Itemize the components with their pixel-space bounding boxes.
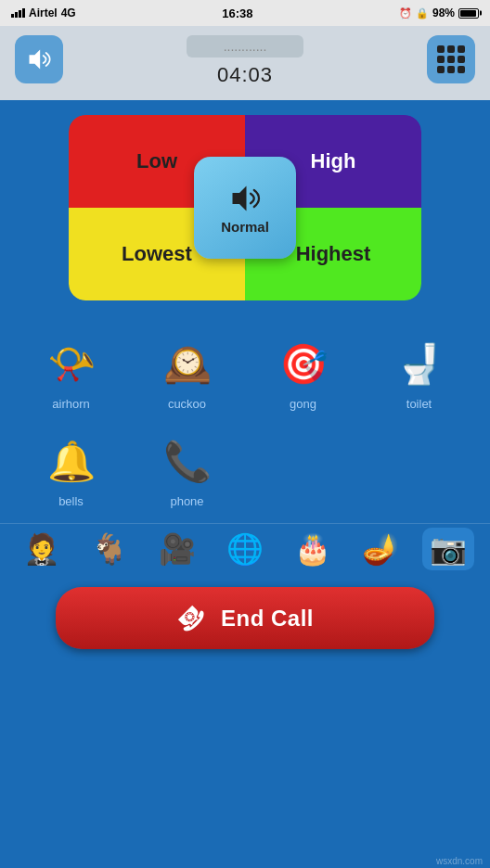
keypad-icon	[437, 45, 465, 73]
nav-icon-cake: 🎂	[294, 531, 331, 567]
sound-icon-phone: 📞	[158, 431, 217, 491]
sounds-grid: 📯 airhorn 🕰️ cuckoo 🎯 gong 🚽 toilet 🔔 be…	[15, 325, 475, 516]
volume-normal-icon	[228, 182, 262, 215]
nav-icon-globe: 🌐	[226, 531, 264, 567]
sound-label-phone: phone	[170, 494, 203, 508]
alarm-icon: ⏰	[399, 7, 412, 19]
sound-label-cuckoo: cuckoo	[168, 397, 206, 411]
nav-icon-goat: 🐐	[91, 531, 128, 567]
carrier-label: Airtel	[29, 6, 58, 19]
battery-percent: 98%	[432, 6, 455, 19]
nav-icon-camera: 🎥	[159, 531, 196, 567]
end-call-button[interactable]: ☎ End Call	[56, 587, 434, 649]
nav-item-globe[interactable]: 🌐	[219, 528, 271, 570]
nav-item-cake[interactable]: 🎂	[287, 528, 339, 570]
sound-item-toilet[interactable]: 🚽 toilet	[363, 325, 475, 418]
volume-grid: Low High Lowest Highest Normal	[69, 115, 421, 300]
volume-normal-button[interactable]: Normal	[194, 157, 296, 259]
nav-icon-camera2: 📷	[430, 531, 467, 567]
sound-icon-gong: 🎯	[274, 334, 333, 393]
sound-item-airhorn[interactable]: 📯 airhorn	[15, 325, 127, 418]
sound-label-airhorn: airhorn	[52, 397, 89, 411]
nav-icon-butler: 🤵	[23, 531, 60, 567]
nav-item-goat[interactable]: 🐐	[84, 528, 135, 570]
nav-item-camera2[interactable]: 📷	[422, 528, 474, 570]
sound-label-toilet: toilet	[406, 397, 432, 411]
sound-item-bells[interactable]: 🔔 bells	[15, 422, 127, 516]
call-header: ............ 04:03	[0, 26, 490, 100]
nav-icon-lamp: 🪔	[362, 531, 399, 567]
end-call-section: ☎ End Call	[0, 574, 490, 668]
sound-icon-toilet: 🚽	[390, 334, 449, 393]
status-time: 16:38	[222, 6, 252, 20]
volume-section: Low High Lowest Highest Normal	[0, 100, 490, 315]
watermark: wsxdn.com	[436, 856, 483, 866]
sound-icon-cuckoo: 🕰️	[158, 334, 217, 393]
lock-icon: 🔒	[416, 7, 429, 19]
caller-name: ............	[187, 35, 304, 57]
nav-item-butler[interactable]: 🤵	[16, 528, 68, 570]
end-call-phone-icon: ☎	[171, 597, 213, 639]
network-label: 4G	[61, 6, 76, 19]
signal-bars	[11, 8, 25, 18]
status-left: Airtel 4G	[11, 6, 76, 19]
sound-item-cuckoo[interactable]: 🕰️ cuckoo	[131, 325, 243, 418]
svg-marker-1	[233, 185, 247, 211]
keypad-button[interactable]	[427, 35, 475, 83]
nav-item-camera[interactable]: 🎥	[151, 528, 203, 570]
sound-label-gong: gong	[290, 397, 316, 411]
status-right: ⏰ 🔒 98%	[399, 6, 479, 19]
battery-icon	[458, 8, 479, 19]
nav-item-lamp[interactable]: 🪔	[355, 528, 406, 570]
volume-normal-label: Normal	[221, 219, 269, 235]
bottom-nav: 🤵🐐🎥🌐🎂🪔📷	[0, 523, 490, 574]
sound-label-bells: bells	[58, 494, 84, 508]
call-timer: 04:03	[217, 63, 273, 87]
sound-icon-airhorn: 📯	[42, 334, 101, 393]
speaker-button[interactable]	[15, 35, 63, 83]
status-bar: Airtel 4G 16:38 ⏰ 🔒 98%	[0, 0, 490, 26]
sound-item-phone[interactable]: 📞 phone	[131, 422, 243, 516]
svg-marker-0	[30, 50, 41, 70]
sound-icon-bells: 🔔	[42, 431, 101, 491]
speaker-icon	[26, 46, 52, 72]
sounds-section: 📯 airhorn 🕰️ cuckoo 🎯 gong 🚽 toilet 🔔 be…	[0, 315, 490, 523]
end-call-label: End Call	[221, 606, 314, 632]
sound-item-gong[interactable]: 🎯 gong	[247, 325, 359, 418]
